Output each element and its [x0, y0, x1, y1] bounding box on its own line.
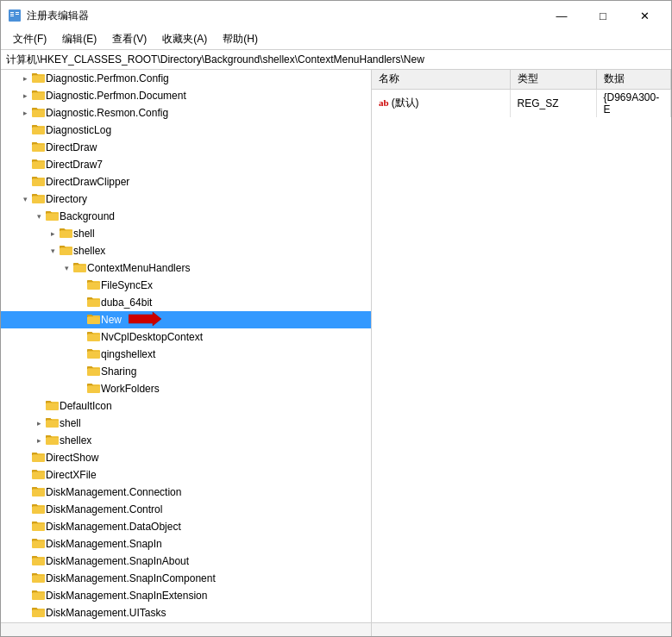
tree-item-contextmenuhandlers[interactable]: ▾ ContextMenuHandlers	[1, 259, 371, 277]
folder-icon-diskmanagement-snapin	[32, 537, 46, 552]
tree-item-diagnostic-perfmon-config[interactable]: ▸ Diagnostic.Perfmon.Config	[1, 70, 371, 87]
tree-expander-directory[interactable]: ▾	[18, 192, 32, 206]
tree-item-directory[interactable]: ▾ Directory	[1, 190, 371, 208]
col-type: 类型	[510, 70, 596, 89]
tree-item-diagnostic-resmon-config[interactable]: ▸ Diagnostic.Resmon.Config	[1, 104, 371, 122]
svg-rect-3	[10, 16, 14, 16]
tree-item-diskmanagement-uitasks[interactable]: DiskManagement.UITasks	[1, 604, 371, 621]
tree-expander-shellex2[interactable]: ▸	[32, 434, 46, 447]
tree-item-shellex[interactable]: ▾ shellex	[1, 242, 371, 259]
tree-item-directxfile[interactable]: DirectXFile	[1, 466, 371, 484]
tree-expander-background[interactable]: ▾	[32, 209, 46, 223]
tree-item-nvcpldesktopcontext[interactable]: NvCplDesktopContext	[1, 328, 371, 346]
svg-rect-101	[87, 385, 100, 386]
tree-pane[interactable]: ▸ Diagnostic.Perfmon.Config▸ Diagnostic.…	[1, 70, 372, 622]
minimize-button[interactable]: —	[542, 6, 581, 25]
menu-favorites[interactable]: 收藏夹(A)	[155, 30, 214, 48]
tree-item-diskmanagement-snapinextension[interactable]: DiskManagement.SnapInExtension	[1, 587, 371, 604]
close-button[interactable]: ✕	[625, 6, 664, 25]
registry-row-type: REG_SZ	[510, 89, 596, 117]
folder-icon-shell2	[46, 416, 60, 431]
tree-label-shell2: shell	[60, 417, 81, 429]
tree-item-shellex2[interactable]: ▸ shellex	[1, 432, 371, 449]
svg-rect-29	[33, 144, 44, 151]
tree-horizontal-scroll[interactable]	[1, 623, 372, 636]
tree-item-shell[interactable]: ▸ shell	[1, 225, 371, 242]
title-bar-buttons: — □ ✕	[542, 6, 664, 25]
tree-item-diskmanagement-snapin[interactable]: DiskManagement.SnapIn	[1, 535, 371, 553]
tree-expander-contextmenuhandlers[interactable]: ▾	[60, 261, 73, 275]
tree-item-duba-64bit[interactable]: duba_64bit	[1, 294, 371, 311]
tree-item-directshow[interactable]: DirectShow	[1, 449, 371, 466]
svg-rect-39	[33, 178, 44, 185]
maximize-button[interactable]: □	[583, 6, 623, 25]
svg-rect-161	[32, 592, 45, 593]
folder-icon-nvcpldesktopcontext	[87, 330, 101, 345]
folder-icon-defaulticon	[46, 399, 60, 414]
tree-label-diskmanagement-snapinabout: DiskManagement.SnapInAbout	[46, 555, 189, 567]
main-content: ▸ Diagnostic.Perfmon.Config▸ Diagnostic.…	[1, 70, 671, 622]
svg-rect-74	[88, 299, 99, 306]
svg-rect-10	[32, 75, 45, 76]
tree-expander-diagnostic-perfmon-config[interactable]: ▸	[18, 72, 32, 85]
svg-rect-9	[33, 75, 44, 82]
tree-item-new[interactable]: New	[1, 311, 371, 328]
tree-expander-diagnostic-perfmon-document[interactable]: ▸	[18, 89, 32, 103]
menu-view[interactable]: 查看(V)	[105, 30, 154, 48]
svg-rect-63	[73, 263, 79, 265]
svg-rect-155	[33, 575, 44, 582]
tree-item-directdraw7[interactable]: DirectDraw7	[1, 156, 371, 173]
folder-icon-qingshellext	[87, 347, 101, 362]
svg-rect-151	[32, 558, 45, 559]
folder-icon-diagnosticlog	[32, 123, 46, 138]
tree-item-diagnostic-perfmon-document[interactable]: ▸ Diagnostic.Perfmon.Document	[1, 87, 371, 104]
tree-label-diskmanagement-snapincomponent: DiskManagement.SnapInComponent	[46, 572, 216, 584]
tree-item-directdraw[interactable]: DirectDraw	[1, 139, 371, 156]
folder-icon-directdrawclipper	[32, 175, 46, 190]
svg-rect-4	[16, 12, 19, 13]
tree-expander-diskmanagement-snapin	[18, 537, 32, 551]
tree-expander-shellex[interactable]: ▾	[46, 244, 60, 258]
tree-item-diskmanagement-snapincomponent[interactable]: DiskManagement.SnapInComponent	[1, 570, 371, 587]
tree-expander-diskmanagement-connection	[18, 485, 32, 499]
tree-item-qingshellext[interactable]: qingshellext	[1, 346, 371, 363]
tree-expander-shell[interactable]: ▸	[46, 227, 60, 240]
svg-marker-81	[129, 312, 161, 326]
svg-rect-134	[32, 504, 37, 506]
registry-row[interactable]: ab(默认)REG_SZ{D969A300-E	[372, 89, 671, 117]
registry-row-name: ab(默认)	[372, 89, 510, 117]
tree-label-filesyncex: FileSyncEx	[101, 279, 153, 291]
folder-icon-workfolders	[87, 382, 101, 397]
tree-item-diagnosticlog[interactable]: DiagnosticLog	[1, 122, 371, 139]
tree-label-diskmanagement-control: DiskManagement.Control	[46, 503, 162, 515]
tree-expander-diagnostic-resmon-config[interactable]: ▸	[18, 106, 32, 120]
svg-rect-111	[46, 420, 59, 421]
tree-item-filesyncex[interactable]: FileSyncEx	[1, 277, 371, 294]
tree-expander-diskmanagement-snapinextension	[18, 589, 32, 603]
svg-rect-160	[33, 592, 44, 599]
tree-label-directshow: DirectShow	[46, 452, 98, 464]
menu-file[interactable]: 文件(F)	[6, 30, 53, 48]
tree-item-sharing[interactable]: Sharing	[1, 363, 371, 380]
svg-rect-130	[33, 489, 44, 496]
svg-rect-105	[47, 403, 58, 409]
tree-label-diagnostic-perfmon-document: Diagnostic.Perfmon.Document	[46, 90, 186, 102]
tree-item-background[interactable]: ▾ Background	[1, 208, 371, 225]
menu-help[interactable]: 帮助(H)	[216, 30, 265, 48]
tree-item-directdrawclipper[interactable]: DirectDrawClipper	[1, 173, 371, 190]
tree-item-workfolders[interactable]: WorkFolders	[1, 380, 371, 397]
tree-item-shell2[interactable]: ▸ shell	[1, 415, 371, 432]
tree-label-diskmanagement-snapinextension: DiskManagement.SnapInExtension	[46, 590, 207, 602]
menu-edit[interactable]: 编辑(E)	[55, 30, 104, 48]
registry-table: 名称 类型 数据 ab(默认)REG_SZ{D969A300-E	[372, 70, 671, 117]
tree-expander-diskmanagement-control	[18, 503, 32, 516]
right-pane[interactable]: 名称 类型 数据 ab(默认)REG_SZ{D969A300-E	[372, 70, 671, 622]
tree-label-diagnostic-perfmon-config: Diagnostic.Perfmon.Config	[46, 72, 169, 84]
tree-item-diskmanagement-dataobject[interactable]: DiskManagement.DataObject	[1, 518, 371, 535]
tree-item-defaulticon[interactable]: DefaultIcon	[1, 397, 371, 415]
tree-item-diskmanagement-snapinabout[interactable]: DiskManagement.SnapInAbout	[1, 553, 371, 570]
tree-item-diskmanagement-control[interactable]: DiskManagement.Control	[1, 501, 371, 518]
right-horizontal-scroll[interactable]	[372, 623, 671, 636]
tree-expander-shell2[interactable]: ▸	[32, 416, 46, 430]
tree-item-diskmanagement-connection[interactable]: DiskManagement.Connection	[1, 484, 371, 501]
